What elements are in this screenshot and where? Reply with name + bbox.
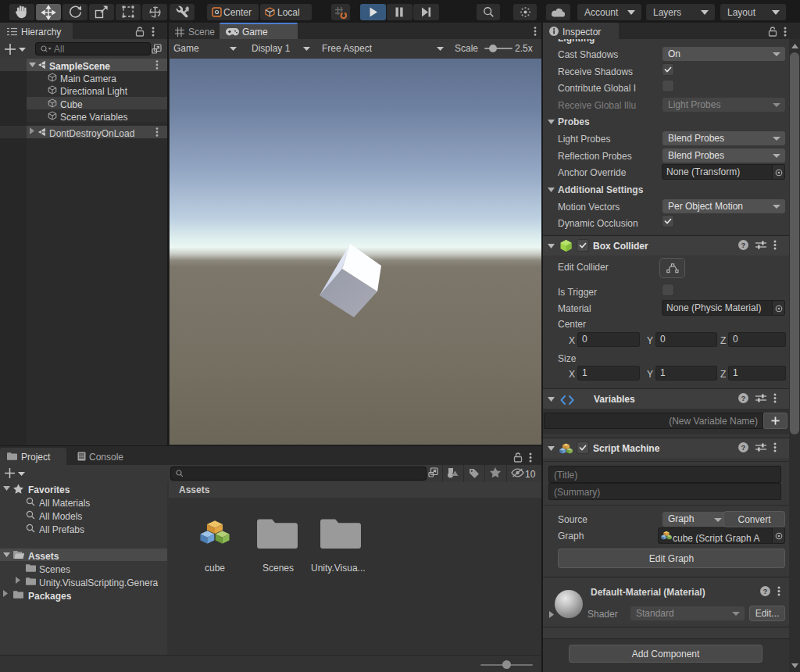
svg-text:?: ? — [763, 587, 768, 595]
svg-text:?: ? — [741, 241, 746, 249]
svg-text:?: ? — [741, 443, 746, 452]
svg-text:?: ? — [741, 394, 746, 402]
